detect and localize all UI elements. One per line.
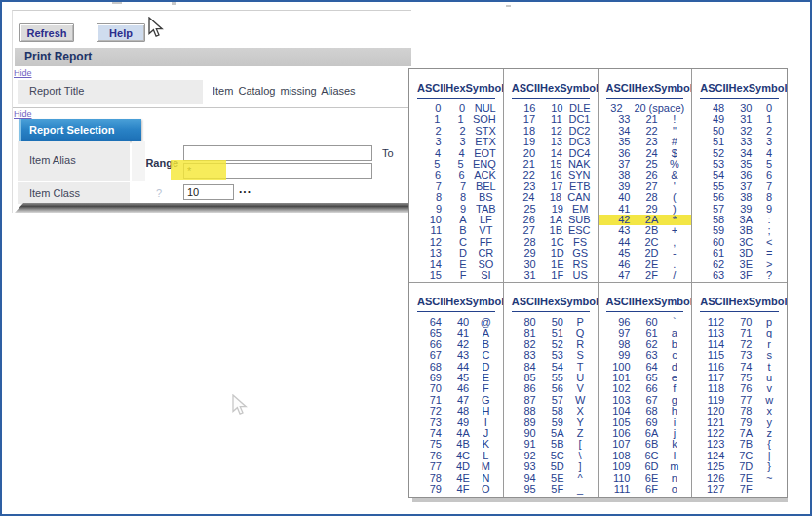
- ascii-row: 2418CAN: [504, 192, 598, 203]
- ascii-panel: ASCIIHexSymbol00NUL11SOH22STX33ETX44EOT5…: [409, 69, 504, 283]
- item-alias-to-input[interactable]: [183, 163, 372, 179]
- ascii-row: 15FSI: [409, 270, 503, 281]
- ascii-row: 8353S: [504, 350, 598, 361]
- ascii-row: 1116Fo: [599, 484, 692, 495]
- help-button[interactable]: Help: [97, 23, 145, 42]
- print-report-form: Refresh Help Print Report Hide Report Ti…: [12, 10, 411, 213]
- ascii-row: 88BS: [409, 192, 503, 203]
- ascii-header-symbol: Symbol: [654, 296, 692, 307]
- ascii-panel-header: ASCIIHexSymbol: [409, 82, 503, 94]
- range-operator-label: Range: [137, 157, 178, 169]
- ascii-header-ascii: ASCII: [606, 296, 635, 307]
- top-edge-artifact: [506, 5, 511, 7]
- ascii-panel-header: ASCIIHexSymbol: [504, 82, 598, 94]
- ascii-panel: ASCIIHexSymbol48300493115032251333523445…: [692, 69, 787, 283]
- ascii-header-hex: Hex: [635, 82, 654, 94]
- ascii-row: 11573s: [692, 350, 787, 361]
- report-title-label-cell: Report Title: [18, 80, 203, 104]
- ascii-header-symbol: Symbol: [466, 296, 504, 307]
- mouse-cursor-ghost: [232, 394, 250, 417]
- ascii-header-hex: Hex: [445, 82, 465, 94]
- ascii-row: 1257D}: [692, 461, 787, 472]
- ascii-panel-header: ASCIIHexSymbol: [504, 296, 598, 307]
- section-divider: [13, 107, 409, 108]
- ascii-panel-header: ASCIIHexSymbol: [599, 82, 692, 94]
- ascii-header-hex: Hex: [635, 296, 654, 307]
- to-label: To: [382, 147, 394, 159]
- ascii-panel: ASCIIHexSymbol3220(space)3321!3422"3523#…: [599, 69, 693, 283]
- ascii-row: 1277F: [692, 484, 787, 495]
- item-class-lookup-button[interactable]: ...: [239, 182, 251, 196]
- ascii-header-symbol: Symbol: [654, 82, 692, 94]
- ascii-header-ascii: ASCII: [606, 82, 635, 94]
- ascii-row: 10468h: [599, 406, 692, 417]
- ascii-header-ascii: ASCII: [417, 82, 445, 94]
- report-title-value: Item Catalog missing Aliases: [213, 85, 356, 97]
- hide-link-report-title[interactable]: Hide: [14, 68, 32, 78]
- item-alias-from-input[interactable]: [183, 145, 372, 161]
- item-class-operator: ?: [156, 187, 162, 199]
- ascii-row: 452D-: [599, 248, 692, 258]
- ascii-row: 3321!: [599, 114, 692, 125]
- ascii-header-symbol: Symbol: [466, 82, 504, 94]
- ascii-row: 774DM: [409, 461, 503, 472]
- header-underline: [417, 311, 495, 312]
- ascii-table: ASCIIHexSymbol00NUL11SOH22STX33ETX44EOT5…: [408, 68, 788, 498]
- item-alias-label: Item Alias: [29, 154, 76, 166]
- ascii-panel: ASCIIHexSymbol6440@6541A6642B6743C6844D6…: [409, 283, 504, 497]
- ascii-header-hex: Hex: [445, 296, 465, 307]
- ascii-row: 1096Dm: [599, 461, 692, 472]
- item-class-label: Item Class: [29, 187, 80, 199]
- screenshot-frame: Refresh Help Print Report Hide Report Ti…: [0, 0, 812, 516]
- ascii-row: 8858X: [504, 406, 598, 417]
- ascii-header-hex: Hex: [540, 296, 560, 307]
- ascii-row: 7248H: [409, 406, 503, 417]
- ascii-panel-header: ASCIIHexSymbol: [409, 296, 503, 307]
- header-underline: [512, 311, 590, 312]
- ascii-row: 56388: [692, 192, 787, 203]
- ascii-row: 6743C: [409, 350, 503, 361]
- ascii-row: 311FUS: [504, 270, 598, 281]
- header-underline: [700, 311, 779, 312]
- ascii-row: 291DGS: [504, 248, 598, 258]
- ascii-header-ascii: ASCII: [417, 296, 445, 307]
- ascii-table-shadow: [412, 498, 788, 502]
- ascii-row: 3523#: [599, 137, 692, 147]
- hide-link-selection-values[interactable]: Hide: [14, 109, 32, 119]
- ascii-panel: ASCIIHexSymbol9660`9761a9862b9963c10064d…: [599, 283, 693, 497]
- ascii-row: 3826&: [599, 170, 692, 180]
- ascii-panel: ASCIIHexSymbol1610DLE1711DC11812DC21913D…: [504, 69, 599, 283]
- ascii-header-ascii: ASCII: [512, 296, 540, 307]
- ascii-header-hex: Hex: [729, 82, 749, 94]
- ascii-row: 9963c: [599, 350, 692, 361]
- print-report-header: Print Report: [15, 48, 411, 66]
- ascii-row: 4028(: [599, 192, 692, 203]
- ascii-row: 51333: [692, 137, 787, 147]
- ascii-row: 613D=: [692, 248, 787, 258]
- ascii-header-ascii: ASCII: [700, 296, 728, 307]
- form-bottom-bar: [15, 203, 411, 213]
- ascii-header-hex: Hex: [729, 296, 749, 307]
- header-underline: [606, 311, 684, 312]
- ascii-panel: ASCIIHexSymbol8050P8151Q8252R8353S8454T8…: [504, 283, 599, 497]
- header-underline: [606, 98, 684, 99]
- ascii-row: 13DCR: [409, 248, 503, 258]
- ascii-header-ascii: ASCII: [512, 82, 540, 94]
- ascii-row: 935D]: [504, 461, 598, 472]
- header-underline: [700, 98, 779, 99]
- ascii-row: 633F?: [692, 270, 787, 281]
- ascii-row: 794FO: [409, 484, 503, 495]
- ascii-row: 1913DC3: [504, 137, 598, 147]
- report-selection-values-tab[interactable]: Report Selection Values: [19, 119, 141, 141]
- ascii-row: 3220(space): [599, 103, 692, 114]
- ascii-row: 472F/: [599, 270, 692, 281]
- ascii-header-hex: Hex: [540, 82, 560, 94]
- ascii-panel-header: ASCIIHexSymbol: [692, 296, 787, 307]
- ascii-header-symbol: Symbol: [560, 82, 598, 94]
- refresh-button[interactable]: Refresh: [19, 23, 74, 42]
- item-class-input[interactable]: [183, 184, 234, 200]
- top-edge-artifact: [112, 2, 122, 4]
- ascii-panel-header: ASCIIHexSymbol: [692, 82, 787, 94]
- ascii-header-symbol: Symbol: [560, 296, 598, 307]
- ascii-panel: ASCIIHexSymbol11270p11371q11472r11573s11…: [692, 283, 787, 497]
